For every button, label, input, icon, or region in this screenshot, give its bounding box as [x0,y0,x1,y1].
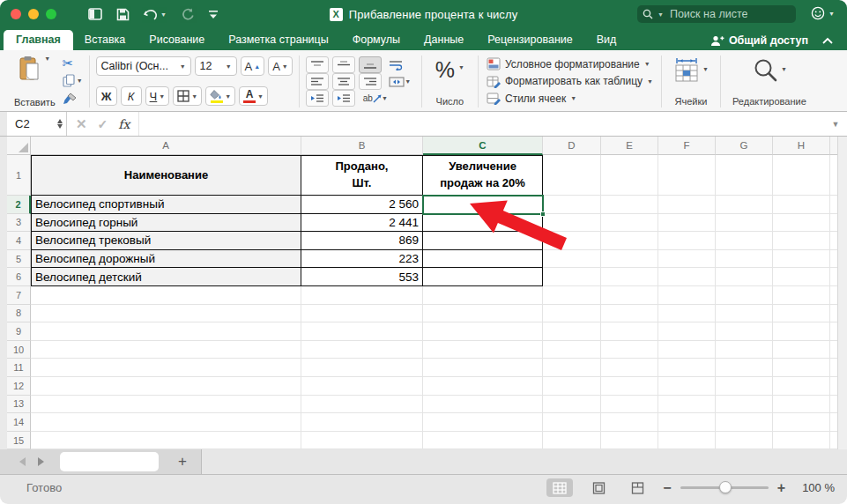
increase-font-button[interactable]: A▲ [241,56,265,76]
cell-G15[interactable] [716,432,773,449]
cell-G6[interactable] [716,268,773,286]
cell-F1[interactable] [658,155,716,196]
cell-H7[interactable] [773,286,830,305]
cell-D3[interactable] [543,214,601,233]
page-layout-view-button[interactable] [585,478,612,497]
cell-C13[interactable] [423,396,543,414]
format-painter-button[interactable] [63,91,83,107]
cell-C14[interactable] [423,413,543,432]
align-right-button[interactable] [359,73,382,90]
cell-D6[interactable] [543,268,601,286]
cell-B10[interactable] [301,341,423,359]
column-header-G[interactable]: G [716,137,773,155]
cell-F5[interactable] [658,250,716,269]
cell-F4[interactable] [658,232,716,250]
cell-G1[interactable] [716,155,773,196]
row-header-15[interactable]: 15 [7,432,31,449]
cell-C1[interactable]: Увеличение продаж на 20% [423,155,543,196]
cell-D1[interactable] [543,155,601,196]
select-all-corner[interactable] [7,137,31,155]
name-box-spinner[interactable] [57,119,63,129]
cell-B7[interactable] [301,286,423,305]
decrease-indent-button[interactable] [306,90,329,107]
cell-A9[interactable] [31,322,301,341]
cell-A7[interactable] [31,286,301,305]
tab-review[interactable]: Рецензирование [487,30,573,50]
paste-button[interactable]: ▼ Вставить [12,54,57,109]
row-header-1[interactable]: 1 [7,155,31,196]
row-header-2[interactable]: 2 [7,196,31,214]
font-color-button[interactable]: А ▼ [239,86,268,106]
share-button[interactable]: Общий доступ [710,34,808,47]
zoom-window-button[interactable] [46,9,56,19]
formula-bar-expand-caret[interactable]: ▼ [824,112,847,136]
row-header-11[interactable]: 11 [7,359,31,377]
vertical-scrollbar[interactable] [837,137,847,449]
paste-dropdown-caret[interactable]: ▼ [44,56,50,62]
cell-B11[interactable] [301,359,423,377]
cell-B5[interactable]: 223 [301,250,423,269]
name-box[interactable]: C2 [7,112,67,136]
cell-A1[interactable]: Наименование [31,155,301,196]
align-center-button[interactable] [332,73,355,90]
cell-G4[interactable] [716,232,773,250]
cell-E1[interactable] [601,155,658,196]
cell-G12[interactable] [716,377,773,396]
close-window-button[interactable] [11,9,21,19]
cell-D7[interactable] [543,286,601,305]
cell-F12[interactable] [658,377,716,396]
cell-G7[interactable] [716,286,773,305]
cell-H15[interactable] [773,432,830,449]
row-header-4[interactable]: 4 [7,232,31,250]
editing-group[interactable]: ▼ Редактирование [727,54,812,109]
cell-H4[interactable] [773,232,830,250]
cell-B6[interactable]: 553 [301,268,423,286]
cell-D5[interactable] [543,250,601,269]
cell-F15[interactable] [658,432,716,449]
cell-F7[interactable] [658,286,716,305]
cell-B8[interactable] [301,305,423,323]
cell-F3[interactable] [658,214,716,233]
cell-D10[interactable] [543,341,601,359]
column-header-B[interactable]: B [301,137,423,155]
align-top-button[interactable] [306,56,329,73]
cell-D14[interactable] [543,413,601,432]
cell-E7[interactable] [601,286,658,305]
insert-function-button[interactable]: fx [118,117,130,131]
cell-F2[interactable] [658,196,716,214]
redo-button[interactable] [181,8,194,21]
cell-H1[interactable] [773,155,830,196]
cell-E8[interactable] [601,305,658,323]
cell-D12[interactable] [543,377,601,396]
cell-D8[interactable] [543,305,601,323]
row-header-7[interactable]: 7 [7,286,31,305]
cell-A6[interactable]: Велосипед детский [31,268,301,286]
cell-D9[interactable] [543,322,601,341]
cell-A5[interactable]: Велосипед дорожный [31,250,301,269]
copy-button[interactable]: ▼ [63,73,83,89]
cell-B15[interactable] [301,432,423,449]
cell-H12[interactable] [773,377,830,396]
active-sheet-tab[interactable] [60,452,159,471]
formula-input[interactable] [138,112,824,136]
cell-C6[interactable] [423,268,543,286]
bold-button[interactable]: Ж [96,86,117,106]
cell-H10[interactable] [773,341,830,359]
cell-C2[interactable] [423,196,543,214]
cell-B14[interactable] [301,413,423,432]
cell-A15[interactable] [31,432,301,449]
cell-styles-button[interactable]: Стили ячеек▼ [487,92,653,105]
minimize-window-button[interactable] [28,9,39,19]
format-as-table-button[interactable]: Форматировать как таблицу▼ [487,75,653,88]
cell-E13[interactable] [601,396,658,414]
tab-view[interactable]: Вид [597,30,617,50]
column-header-A[interactable]: A [31,137,301,155]
wrap-text-button[interactable] [385,56,408,73]
cell-C9[interactable] [423,322,543,341]
row-header-10[interactable]: 10 [7,341,31,359]
cell-G8[interactable] [716,305,773,323]
cell-A8[interactable] [31,305,301,323]
cell-A3[interactable]: Велосипед горный [31,214,301,233]
search-input[interactable]: ▼ Поиск на листе [637,5,796,23]
cut-button[interactable]: ✂ [63,55,83,70]
